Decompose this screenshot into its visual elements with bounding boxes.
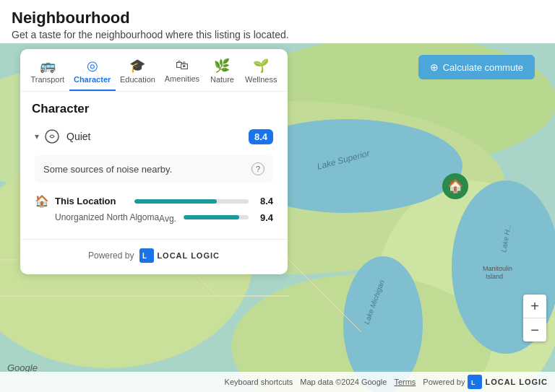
score-badge: 8.4 <box>249 129 273 144</box>
zoom-in-button[interactable]: + <box>523 295 546 318</box>
home-icon: 🏠 <box>35 194 49 208</box>
local-logic-label: LOCAL LOGIC <box>157 251 220 260</box>
zoom-controls: + − <box>523 295 546 341</box>
section-title: Character <box>32 102 276 116</box>
quiet-icon <box>43 128 61 145</box>
commute-btn-label: Calculate commute <box>443 62 523 73</box>
map-powered-by-text: Powered by <box>423 378 465 386</box>
map-footer-right: Keyboard shortcuts Map data ©2024 Google… <box>225 375 548 389</box>
this-location-row: 🏠 This Location 8.4 <box>35 194 273 208</box>
svg-text:Manitoulin: Manitoulin <box>483 265 512 272</box>
avg-location-score: 9.4 <box>256 212 273 223</box>
nature-icon: 🌿 <box>214 58 230 74</box>
amenities-icon: 🛍 <box>176 58 189 73</box>
tab-transport[interactable]: 🚌 Transport <box>26 55 69 91</box>
tab-amenities[interactable]: 🛍 Amenities <box>160 55 204 91</box>
info-text: Some sources of noise nearby. <box>43 164 172 175</box>
avg-location-name-group: Unorganized North Algoma <box>55 212 159 222</box>
local-logic-text-small: LOCAL LOGIC <box>485 378 548 386</box>
this-location-name-group: This Location <box>55 196 134 206</box>
svg-text:L: L <box>142 252 147 260</box>
powered-by-text: Powered by <box>88 251 134 261</box>
keyboard-shortcuts-link[interactable]: Keyboard shortcuts <box>225 378 293 386</box>
info-section: Some sources of noise nearby. ? <box>35 155 273 183</box>
neighbourhood-panel: 🚌 Transport ◎ Character 🎓 Education 🛍 Am… <box>20 49 288 274</box>
map-footer-local-logic: Powered by L LOCAL LOGIC <box>423 375 548 389</box>
local-logic-icon: L <box>139 248 154 263</box>
location-rows: 🏠 This Location 8.4 🏠 Unorganized North … <box>32 188 276 233</box>
local-logic-icon-small: L <box>468 375 482 389</box>
page-wrapper: Neighbourhood Get a taste for the neighb… <box>0 0 555 392</box>
tab-character[interactable]: ◎ Character <box>69 55 116 91</box>
tab-wellness[interactable]: 🌱 Wellness <box>240 55 282 91</box>
map-data-label: Map data ©2024 Google <box>300 378 387 386</box>
svg-text:Island: Island <box>486 273 503 280</box>
tab-education[interactable]: 🎓 Education <box>116 55 160 91</box>
this-location-score: 8.4 <box>256 196 273 206</box>
tab-education-label: Education <box>120 75 155 84</box>
tab-transport-label: Transport <box>30 75 64 84</box>
map-footer: Keyboard shortcuts Map data ©2024 Google… <box>0 372 555 392</box>
character-icon: ◎ <box>87 58 98 74</box>
commute-icon: ⊕ <box>430 61 439 73</box>
tab-nature-label: Nature <box>210 75 234 84</box>
avg-location-row: 🏠 Unorganized North Algoma Avg. 9.4 <box>35 212 273 226</box>
help-icon[interactable]: ? <box>251 162 264 175</box>
tab-amenities-label: Amenities <box>165 74 199 83</box>
this-location-bar-fill <box>134 199 217 204</box>
svg-text:L: L <box>471 379 476 386</box>
tab-character-label: Character <box>74 75 111 84</box>
chevron-down-icon[interactable]: ▾ <box>35 131 39 141</box>
home-marker[interactable]: 🏠 <box>442 173 468 199</box>
page-subtitle: Get a taste for the neighbourhood where … <box>12 29 543 40</box>
this-location-bar <box>134 199 249 204</box>
avg-location-name: Unorganized North Algoma <box>55 212 159 222</box>
avg-location-bar <box>184 215 249 219</box>
this-location-name: This Location <box>55 196 134 206</box>
header: Neighbourhood Get a taste for the neighb… <box>0 0 555 46</box>
panel-body: Character ▾ Quiet 8.4 Some sources of no… <box>20 92 288 233</box>
score-label: Quiet <box>66 131 249 142</box>
avg-location-bar-fill <box>184 215 238 219</box>
local-logic-logo: L LOCAL LOGIC <box>139 248 220 263</box>
powered-by-section: Powered by L LOCAL LOGIC <box>20 239 288 266</box>
zoom-out-button[interactable]: − <box>523 318 546 341</box>
education-icon: 🎓 <box>129 58 145 74</box>
calculate-commute-button[interactable]: ⊕ Calculate commute <box>418 55 535 79</box>
tabs-container: 🚌 Transport ◎ Character 🎓 Education 🛍 Am… <box>20 49 288 92</box>
terms-link[interactable]: Terms <box>394 378 416 386</box>
page-title: Neighbourhood <box>12 9 543 27</box>
tab-wellness-label: Wellness <box>245 75 277 84</box>
tab-nature[interactable]: 🌿 Nature <box>204 55 240 91</box>
avg-label: Avg. <box>159 214 181 224</box>
transport-icon: 🚌 <box>40 58 56 74</box>
svg-point-21 <box>46 130 59 143</box>
wellness-icon: 🌱 <box>253 58 269 74</box>
score-row: ▾ Quiet 8.4 <box>32 123 276 149</box>
